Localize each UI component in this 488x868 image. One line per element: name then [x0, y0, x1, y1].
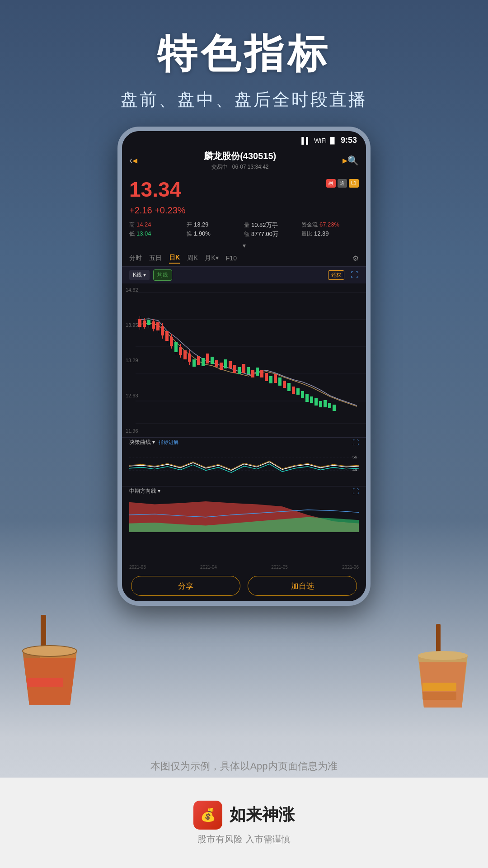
- date-label-3: 2021-05: [271, 565, 288, 570]
- tab-ri-k[interactable]: 日K: [169, 253, 180, 264]
- svg-rect-84: [27, 678, 63, 687]
- main-title: 特色指标: [0, 27, 488, 81]
- fund-stat: 资金流 67.23%: [301, 221, 359, 229]
- tab-bar: 分时 五日 日K 周K 月K▾ F10 ⚙: [122, 250, 366, 267]
- tab-f10[interactable]: F10: [226, 254, 237, 263]
- svg-text:44: 44: [352, 467, 357, 472]
- expand-button[interactable]: ▾: [122, 241, 366, 250]
- badges-section: 融 通 L1: [326, 179, 359, 188]
- app-name: 如来神涨: [230, 804, 295, 826]
- stock-datetime: 交易中 06-07 13:34:42: [137, 163, 343, 171]
- date-label-4: 2021-06: [342, 565, 359, 570]
- svg-rect-39: [188, 354, 191, 362]
- indicator1-link[interactable]: 指标进解: [159, 439, 178, 446]
- svg-rect-47: [215, 360, 218, 367]
- bottom-buttons: 分享 加自选: [122, 571, 366, 601]
- tab-wu-ri[interactable]: 五日: [149, 253, 162, 263]
- tab-fen-shi[interactable]: 分时: [129, 253, 142, 263]
- svg-text:56: 56: [352, 454, 357, 459]
- svg-rect-33: [179, 347, 182, 355]
- phone-mockup: ▌▌ WiFi ▉ 9:53 ‹ ◂ 麟龙股份(430515) 交易中 06-0…: [117, 127, 371, 606]
- svg-rect-87: [436, 624, 441, 656]
- quanfu-button[interactable]: 还权: [328, 270, 344, 280]
- indicator1-name: 决策曲线 ▾: [129, 439, 155, 446]
- svg-rect-61: [278, 377, 282, 386]
- stats-grid: 高 14.24 开 13.29 量 10.82万手 资金流 67.23% 低 1…: [122, 219, 366, 241]
- stock-time: 06-07 13:34:42: [232, 164, 269, 170]
- svg-rect-63: [287, 383, 291, 391]
- svg-rect-66: [301, 391, 304, 398]
- svg-rect-73: [333, 405, 336, 411]
- tong-badge: 通: [338, 179, 347, 188]
- price-label-2: 13.95: [126, 322, 138, 328]
- vol-label: 量: [244, 222, 249, 229]
- svg-rect-91: [422, 692, 456, 700]
- svg-rect-43: [197, 356, 200, 365]
- svg-rect-42: [192, 359, 196, 367]
- price-label-3: 13.29: [126, 358, 138, 363]
- svg-rect-55: [251, 370, 254, 377]
- chart-type-button[interactable]: K线 ▾: [129, 270, 150, 280]
- price-labels: 14.62 13.95 13.29 12.63 11.96: [126, 283, 138, 437]
- tab-yue-k[interactable]: 月K▾: [205, 253, 218, 263]
- price-label-1: 14.62: [126, 287, 138, 292]
- price-label-5: 11.96: [126, 428, 138, 434]
- stock-status: 交易中: [211, 164, 228, 170]
- settings-icon[interactable]: ⚙: [352, 254, 359, 263]
- phone-screen: ▌▌ WiFi ▉ 9:53 ‹ ◂ 麟龙股份(430515) 交易中 06-0…: [122, 131, 366, 601]
- rong-badge: 融: [326, 179, 336, 188]
- svg-rect-30: [174, 342, 178, 352]
- candlestick-chart: 14.62 13.95 13.29 12.63 11.96: [122, 283, 366, 437]
- vol-stat: 量 10.82万手: [244, 221, 301, 229]
- watchlist-button[interactable]: 加自选: [248, 576, 357, 596]
- battery-icon: ▉: [330, 137, 335, 144]
- svg-rect-62: [283, 381, 286, 388]
- price-section: 13.34 +2.16 +0.23% 融 通 L1: [122, 174, 366, 219]
- svg-rect-9: [143, 321, 146, 327]
- svg-rect-54: [247, 367, 250, 374]
- svg-rect-90: [422, 683, 456, 691]
- ma-button[interactable]: 均线: [153, 269, 172, 281]
- next-stock-button[interactable]: ▸: [343, 155, 347, 166]
- quanfu-label: 还权: [331, 272, 341, 278]
- change-stat: 换 1.90%: [187, 230, 244, 238]
- svg-rect-68: [310, 396, 313, 403]
- svg-rect-15: [152, 321, 155, 329]
- wifi-icon: WiFi: [314, 137, 327, 144]
- stock-price: 13.34: [129, 177, 186, 202]
- fund-label: 资金流: [301, 221, 318, 229]
- search-button[interactable]: 🔍: [347, 155, 359, 166]
- ratio-label: 量比: [301, 230, 312, 238]
- candlestick-svg: [122, 283, 366, 437]
- change-value: 1.90%: [194, 230, 211, 237]
- svg-rect-56: [256, 368, 259, 376]
- app-icon: 💰: [193, 801, 222, 830]
- disclaimer: 本图仅为示例，具体以App内页面信息为准: [0, 760, 488, 773]
- indicator1-fullscreen[interactable]: ⛶: [352, 439, 359, 446]
- amount-stat: 额 8777.00万: [244, 230, 301, 238]
- back-button[interactable]: ‹: [129, 155, 132, 166]
- tab-zhou-k[interactable]: 周K: [187, 253, 197, 263]
- fullscreen-button[interactable]: ⛶: [351, 270, 359, 280]
- svg-rect-70: [319, 401, 322, 407]
- share-button[interactable]: 分享: [131, 576, 240, 596]
- svg-point-92: [418, 651, 468, 660]
- top-title-section: 特色指标 盘前、盘中、盘后全时段直播: [0, 27, 488, 111]
- bubble-tea-left: [14, 615, 86, 714]
- open-label: 开: [187, 221, 192, 229]
- indicator2-fullscreen[interactable]: ⛶: [352, 488, 359, 495]
- svg-rect-49: [224, 359, 227, 368]
- prev-stock-button[interactable]: ◂: [132, 155, 137, 166]
- status-time: 9:53: [341, 136, 357, 145]
- sub-title: 盘前、盘中、盘后全时段直播: [0, 88, 488, 111]
- date-axis: 2021-03 2021-04 2021-05 2021-06: [122, 564, 366, 571]
- indicator1-chart: 56 44: [129, 448, 359, 484]
- stock-header: ‹ ◂ 麟龙股份(430515) 交易中 06-07 13:34:42 ▸ 🔍: [122, 147, 366, 174]
- signal-icon: ▌▌: [301, 137, 310, 144]
- low-value: 13.04: [136, 230, 151, 237]
- status-bar: ▌▌ WiFi ▉ 9:53: [122, 131, 366, 147]
- chart-area: 14.62 13.95 13.29 12.63 11.96: [122, 283, 366, 564]
- svg-rect-72: [328, 403, 331, 408]
- app-slogan: 股市有风险 入市需谨慎: [197, 833, 291, 845]
- low-stat: 低 13.04: [129, 230, 187, 238]
